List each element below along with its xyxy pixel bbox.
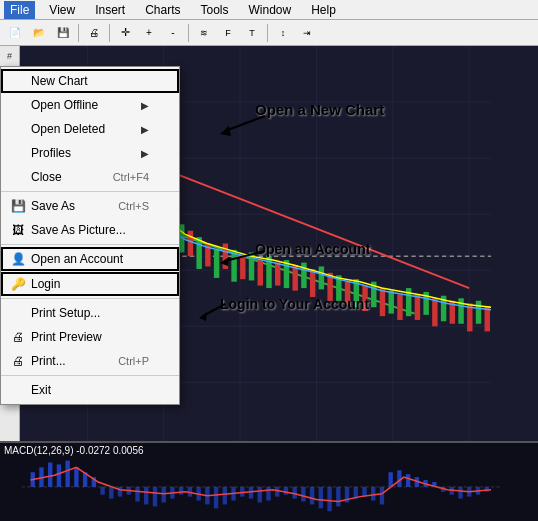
svg-marker-76 [220, 257, 229, 266]
svg-rect-108 [275, 487, 279, 497]
save-picture-icon: 🖼 [9, 222, 27, 238]
macd-panel: MACD(12,26,9) -0.0272 0.0056 [0, 441, 538, 521]
toolbar-chart-props[interactable]: F [217, 22, 239, 44]
svg-rect-52 [310, 269, 315, 297]
open-deleted-icon [9, 121, 27, 137]
toolbar-sep-1 [78, 24, 79, 42]
svg-rect-93 [144, 487, 148, 505]
menu-window[interactable]: Window [243, 1, 298, 19]
save-as-icon: 💾 [9, 198, 27, 214]
svg-rect-38 [188, 231, 193, 256]
toolbar-save[interactable]: 💾 [52, 22, 74, 44]
svg-rect-62 [397, 294, 402, 319]
menu-sep-1 [1, 191, 179, 192]
chart-area: # + — ╱ ≡ ◯ T ✎ ⊕ 1.2450 1.2400 1.2350 1… [0, 46, 538, 441]
menu-help[interactable]: Help [305, 1, 342, 19]
print-shortcut: Ctrl+P [118, 355, 149, 367]
toolbar-print[interactable]: 🖨 [83, 22, 105, 44]
toolbar-zoom-out[interactable]: - [162, 22, 184, 44]
menu-item-exit[interactable]: Exit [1, 378, 179, 402]
print-icon: 🖨 [9, 353, 27, 369]
menu-tools[interactable]: Tools [195, 1, 235, 19]
svg-rect-88 [100, 487, 104, 495]
menu-item-print-setup[interactable]: Print Setup... [1, 301, 179, 325]
menu-item-open-offline[interactable]: Open Offline ▶ [1, 93, 179, 117]
svg-rect-102 [223, 487, 227, 505]
toolbar-sep-3 [188, 24, 189, 42]
svg-rect-53 [319, 266, 324, 289]
toolbar-period[interactable]: ↕ [272, 22, 294, 44]
open-account-icon: 👤 [9, 251, 27, 267]
menu-item-new-chart[interactable]: New Chart [1, 69, 179, 93]
menu-item-save-as[interactable]: 💾 Save As Ctrl+S [1, 194, 179, 218]
svg-rect-120 [380, 487, 384, 505]
toolbar-indicators[interactable]: ≋ [193, 22, 215, 44]
toolbar-sep-4 [267, 24, 268, 42]
svg-rect-106 [258, 487, 262, 503]
sidebar-crosshair-icon[interactable]: # [2, 48, 18, 64]
svg-rect-66 [432, 298, 437, 326]
submenu-arrow-2: ▶ [141, 124, 149, 135]
toolbar-crosshair[interactable]: ✛ [114, 22, 136, 44]
file-menu: New Chart Open Offline ▶ Open Deleted [0, 66, 180, 405]
menu-item-profiles[interactable]: Profiles ▶ [1, 141, 179, 165]
arrow-login [195, 294, 235, 324]
arrow-open-account [215, 241, 275, 271]
svg-rect-95 [162, 487, 166, 503]
svg-rect-129 [458, 487, 462, 499]
menu-file[interactable]: File [4, 1, 35, 19]
svg-rect-84 [65, 461, 69, 487]
svg-rect-114 [327, 487, 331, 511]
svg-rect-123 [406, 474, 410, 487]
submenu-arrow: ▶ [141, 100, 149, 111]
svg-rect-105 [249, 487, 253, 499]
menu-insert[interactable]: Insert [89, 1, 131, 19]
svg-rect-115 [336, 487, 340, 507]
toolbar-open[interactable]: 📂 [28, 22, 50, 44]
toolbar-zoom-in[interactable]: + [138, 22, 160, 44]
menu-item-open-account[interactable]: 👤 Open an Account [1, 247, 179, 271]
profiles-icon [9, 145, 27, 161]
arrow-new-chart [215, 96, 275, 136]
close-shortcut: Ctrl+F4 [113, 171, 149, 183]
toolbar-new[interactable]: 📄 [4, 22, 26, 44]
svg-rect-69 [458, 298, 463, 323]
exit-icon [9, 382, 27, 398]
macd-label: MACD(12,26,9) -0.0272 0.0056 [4, 445, 144, 456]
menu-view[interactable]: View [43, 1, 81, 19]
dropdown-overlay: New Chart Open Offline ▶ Open Deleted [0, 66, 180, 405]
new-chart-icon [9, 73, 27, 89]
toolbar: 📄 📂 💾 🖨 ✛ + - ≋ F T ↕ ⇥ [0, 20, 538, 46]
toolbar-template[interactable]: T [241, 22, 263, 44]
toolbar-auto-scroll[interactable]: ⇥ [296, 22, 318, 44]
menu-item-close[interactable]: Close Ctrl+F4 [1, 165, 179, 189]
svg-rect-97 [179, 487, 183, 495]
menu-sep-4 [1, 375, 179, 376]
svg-rect-92 [135, 487, 139, 502]
menu-item-print-preview[interactable]: 🖨 Print Preview [1, 325, 179, 349]
annotation-login: Login to Your Account [220, 296, 369, 312]
print-preview-icon: 🖨 [9, 329, 27, 345]
menu-item-save-picture[interactable]: 🖼 Save As Picture... [1, 218, 179, 242]
menu-item-open-deleted[interactable]: Open Deleted ▶ [1, 117, 179, 141]
close-icon [9, 169, 27, 185]
svg-rect-89 [109, 487, 113, 499]
svg-marker-74 [220, 126, 231, 136]
svg-rect-82 [48, 463, 52, 487]
submenu-arrow-3: ▶ [141, 148, 149, 159]
svg-rect-71 [476, 301, 481, 324]
svg-marker-78 [199, 312, 207, 321]
menu-item-print[interactable]: 🖨 Print... Ctrl+P [1, 349, 179, 373]
svg-rect-121 [388, 472, 392, 487]
svg-rect-119 [371, 487, 375, 501]
svg-rect-113 [319, 487, 323, 508]
menubar: File View Insert Charts Tools Window Hel… [0, 0, 538, 20]
svg-rect-94 [153, 487, 157, 507]
svg-line-73 [225, 116, 265, 131]
svg-line-75 [225, 251, 265, 261]
svg-rect-64 [415, 294, 420, 319]
svg-rect-83 [57, 464, 61, 486]
svg-rect-112 [310, 487, 314, 505]
menu-item-login[interactable]: 🔑 Login [1, 272, 179, 296]
menu-charts[interactable]: Charts [139, 1, 186, 19]
